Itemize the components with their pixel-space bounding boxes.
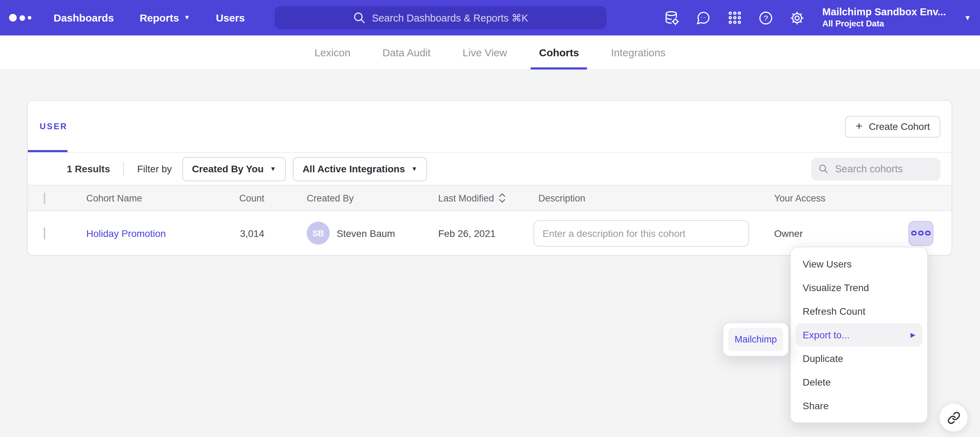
tab-label: Lexicon <box>314 46 350 59</box>
header-cohort-name: Cohort Name <box>70 193 195 203</box>
data-management-tabs: Lexicon Data Audit Live View Cohorts Int… <box>0 35 980 70</box>
plus-icon: + <box>856 120 862 132</box>
top-navbar: Dashboards Reports▼ Users Search Dashboa… <box>0 0 980 35</box>
filter-by-label: Filter by <box>137 163 172 174</box>
tab-integrations[interactable]: Integrations <box>611 35 666 70</box>
created-by-filter-dropdown[interactable]: Created By You ▼ <box>182 157 286 181</box>
description-input[interactable] <box>533 220 749 246</box>
menu-item-label: Export to... <box>803 329 850 340</box>
meatball-dot-icon <box>912 231 917 236</box>
global-search-input[interactable]: Search Dashboards & Reports ⌘K <box>275 6 606 29</box>
app-viewport: Dashboards Reports▼ Users Search Dashboa… <box>0 0 980 437</box>
nav-link-label: Reports <box>140 12 179 24</box>
export-submenu: Mailchimp <box>723 322 789 356</box>
integrations-filter-dropdown[interactable]: All Active Integrations ▼ <box>293 157 427 181</box>
row-checkbox[interactable] <box>44 227 45 239</box>
cohorts-card: USER + Create Cohort 1 Results Filter by… <box>27 100 952 256</box>
dropdown-value: Created By You <box>192 163 264 174</box>
nav-link-reports[interactable]: Reports▼ <box>140 12 190 24</box>
navbar-right: ? Mailchimp Sandbox Env... All Project D… <box>665 0 971 35</box>
menu-item-refresh-count[interactable]: Refresh Count <box>791 299 927 323</box>
nav-link-users[interactable]: Users <box>216 12 245 24</box>
project-name: Mailchimp Sandbox Env... <box>822 6 946 19</box>
row-actions-button[interactable] <box>908 220 934 245</box>
cohort-name-link[interactable]: Holiday Promotion <box>86 228 166 239</box>
menu-item-duplicate[interactable]: Duplicate <box>791 347 927 370</box>
project-switcher[interactable]: Mailchimp Sandbox Env... All Project Dat… <box>822 6 946 30</box>
header-label: Last Modified <box>438 193 494 203</box>
tab-user-cohorts[interactable]: USER <box>40 122 67 131</box>
mixpanel-logo-icon[interactable] <box>9 14 34 22</box>
help-icon[interactable]: ? <box>759 10 774 25</box>
meatball-dot-icon <box>918 231 924 236</box>
cohort-count: 3,014 <box>195 228 264 239</box>
sort-icon <box>499 193 506 203</box>
search-icon <box>353 12 365 24</box>
tab-live-view[interactable]: Live View <box>463 35 507 70</box>
search-cohorts-box <box>811 157 940 180</box>
dropdown-value: All Active Integrations <box>302 163 405 174</box>
data-connections-icon[interactable] <box>665 10 680 25</box>
submenu-item-mailchimp[interactable]: Mailchimp <box>728 328 783 351</box>
chevron-down-icon: ▼ <box>411 165 417 172</box>
chevron-down-icon: ▼ <box>184 14 190 21</box>
copy-link-button[interactable] <box>939 403 968 432</box>
cohorts-table-header: Cohort Name Count Created By Last Modifi… <box>28 185 951 211</box>
divider <box>124 162 124 176</box>
cohorts-toolbar: 1 Results Filter by Created By You ▼ All… <box>28 153 951 185</box>
created-by-name: Steven Baum <box>337 228 395 239</box>
results-count: 1 Results <box>67 163 110 174</box>
meatball-dot-icon <box>925 231 931 236</box>
nav-link-label: Users <box>216 12 245 24</box>
chevron-down-icon[interactable]: ▼ <box>964 14 971 22</box>
menu-item-share[interactable]: Share <box>791 394 927 418</box>
settings-gear-icon[interactable] <box>790 10 805 25</box>
nav-links: Dashboards Reports▼ Users <box>54 12 245 24</box>
header-description: Description <box>511 193 747 203</box>
tab-label: Cohorts <box>539 46 579 59</box>
last-modified-date: Feb 26, 2021 <box>417 228 511 239</box>
nav-link-dashboards[interactable]: Dashboards <box>54 12 114 24</box>
access-value: Owner <box>747 228 890 239</box>
project-scope: All Project Data <box>822 19 946 30</box>
avatar: SB <box>307 222 330 245</box>
menu-item-delete[interactable]: Delete <box>791 370 927 394</box>
select-all-checkbox[interactable] <box>44 192 45 204</box>
feedback-icon[interactable] <box>696 10 711 25</box>
chevron-down-icon: ▼ <box>270 165 276 172</box>
create-cohort-label: Create Cohort <box>869 121 930 132</box>
menu-item-view-users[interactable]: View Users <box>791 252 927 276</box>
tab-label: Integrations <box>611 46 666 59</box>
apps-grid-icon[interactable] <box>727 10 743 25</box>
submenu-arrow-icon: ▶ <box>910 331 915 338</box>
header-last-modified[interactable]: Last Modified <box>417 193 511 203</box>
cohorts-card-header: USER + Create Cohort <box>28 101 951 153</box>
tab-label: Live View <box>463 46 507 59</box>
active-tab-underline <box>28 150 67 152</box>
header-created-by: Created By <box>264 193 417 203</box>
create-cohort-button[interactable]: + Create Cohort <box>845 116 940 137</box>
tab-lexicon[interactable]: Lexicon <box>314 35 350 70</box>
header-count: Count <box>195 193 264 203</box>
header-your-access: Your Access <box>747 193 890 203</box>
search-icon <box>819 163 828 174</box>
search-cohorts-input[interactable] <box>834 163 933 175</box>
tab-data-audit[interactable]: Data Audit <box>383 35 431 70</box>
global-search-placeholder: Search Dashboards & Reports ⌘K <box>372 12 528 23</box>
nav-link-label: Dashboards <box>54 12 114 24</box>
tab-label: Data Audit <box>383 46 431 59</box>
menu-item-visualize-trend[interactable]: Visualize Trend <box>791 276 927 299</box>
row-actions-menu: View Users Visualize Trend Refresh Count… <box>790 247 928 423</box>
tab-cohorts[interactable]: Cohorts <box>539 35 579 70</box>
link-icon <box>947 411 960 424</box>
menu-item-export-to[interactable]: Export to... ▶ <box>796 323 922 347</box>
svg-text:?: ? <box>764 13 768 22</box>
